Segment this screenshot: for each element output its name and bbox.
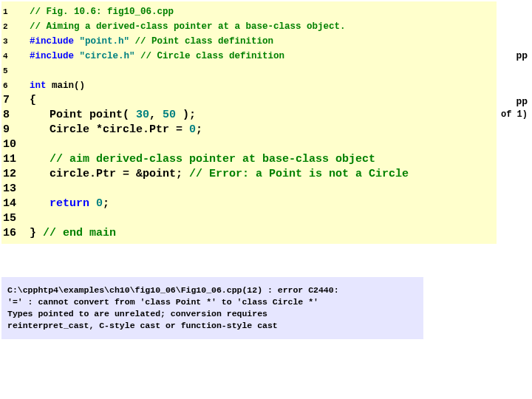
line-number: 9	[3, 123, 22, 137]
line-number: 12	[3, 167, 22, 182]
error-line: C:\cpphtp4\examples\ch10\fig10_06\Fig10_…	[7, 284, 417, 296]
code-line	[30, 64, 409, 78]
code-line: // Aiming a derived-class pointer at a b…	[30, 19, 409, 34]
code-line: Circle *circle.Ptr = 0;	[30, 123, 409, 137]
line-number: 6	[3, 78, 22, 93]
bg-label-3: of 1)	[501, 109, 528, 120]
line-number: 7	[3, 93, 22, 108]
error-line: '=' : cannot convert from 'class Point *…	[7, 296, 417, 308]
bg-label-2: pp	[516, 96, 528, 107]
code-listing: 12345678910111213141516 // Fig. 10.6: fi…	[1, 1, 497, 244]
code-content: // Fig. 10.6: fig10_06.cpp// Aiming a de…	[25, 1, 409, 244]
bg-label-1: pp	[516, 50, 528, 61]
code-line: } // end main	[30, 226, 409, 241]
line-number: 3	[3, 34, 22, 49]
code-line	[30, 182, 409, 197]
code-line: #include "circle.h" // Circle class defi…	[30, 49, 409, 64]
code-line: #include "point.h" // Point class defini…	[30, 34, 409, 49]
line-number: 1	[3, 4, 22, 19]
line-number-gutter: 12345678910111213141516	[1, 1, 25, 244]
line-number: 15	[3, 211, 22, 226]
line-number: 10	[3, 137, 22, 152]
line-number: 14	[3, 197, 22, 211]
code-line	[30, 137, 409, 152]
code-line: // Fig. 10.6: fig10_06.cpp	[30, 4, 409, 19]
code-line: circle.Ptr = &point; // Error: a Point i…	[30, 167, 409, 182]
code-line	[30, 211, 409, 226]
line-number: 11	[3, 152, 22, 167]
line-number: 4	[3, 49, 22, 64]
code-line: {	[30, 93, 409, 108]
line-number: 8	[3, 108, 22, 123]
code-line: int main()	[30, 78, 409, 93]
line-number: 16	[3, 226, 22, 241]
compiler-error-output: C:\cpphtp4\examples\ch10\fig10_06\Fig10_…	[1, 277, 423, 339]
line-number: 13	[3, 182, 22, 197]
code-line: return 0;	[30, 197, 409, 211]
line-number: 5	[3, 64, 22, 78]
error-line: Types pointed to are unrelated; conversi…	[7, 308, 417, 320]
error-line: reinterpret_cast, C-style cast or functi…	[7, 320, 417, 332]
line-number: 2	[3, 19, 22, 34]
code-line: Point point( 30, 50 );	[30, 108, 409, 123]
code-line: // aim derived-class pointer at base-cla…	[30, 152, 409, 167]
